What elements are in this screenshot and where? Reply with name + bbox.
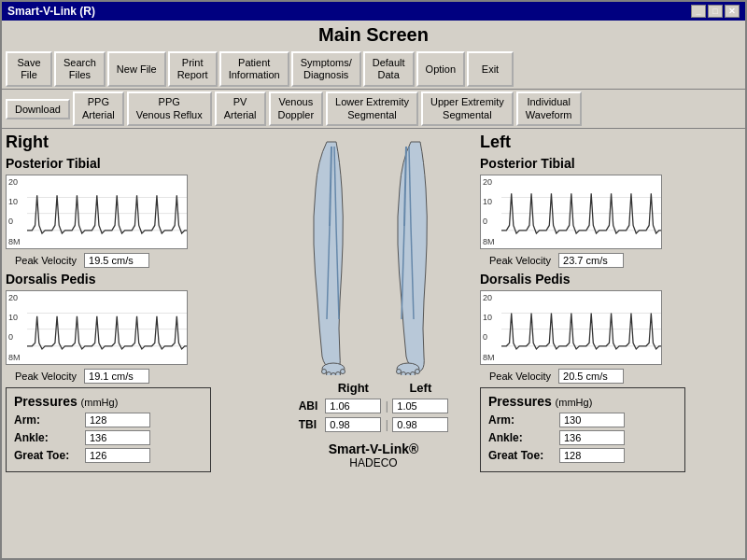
center-panel: Right Left ABI | TBI — [271, 133, 476, 554]
main-title: Main Screen — [2, 21, 745, 49]
left-great-toe-label: Great Toe: — [488, 449, 554, 462]
right-great-toe-value: 126 — [85, 448, 150, 463]
right-dp-peak-velocity-row: Peak Velocity 19.1 cm/s — [15, 369, 267, 384]
left-tbi-input[interactable] — [392, 417, 448, 432]
svg-point-24 — [411, 371, 416, 375]
right-pt-peak-value: 19.5 cm/s — [84, 253, 149, 268]
save-file-button[interactable]: Save File — [6, 51, 52, 87]
left-great-toe-row: Great Toe: 128 — [488, 448, 677, 463]
right-ankle-row: Ankle: 136 — [14, 430, 203, 445]
default-data-button[interactable]: Default Data — [363, 51, 415, 87]
left-arm-label: Arm: — [488, 413, 554, 427]
right-tbi-input[interactable] — [325, 417, 381, 432]
left-pt-peak-label: Peak Velocity — [489, 255, 551, 266]
legs-diagram — [299, 133, 448, 375]
right-dorsalis-pedis-title: Dorsalis Pedis — [6, 272, 267, 287]
svg-point-25 — [416, 369, 420, 373]
left-column-header: Left — [388, 379, 452, 397]
right-pressures-title: Pressures (mmHg) — [14, 394, 203, 409]
left-pressures-box: Pressures (mmHg) Arm: 130 Ankle: 136 Gre… — [480, 387, 685, 472]
svg-point-15 — [322, 369, 327, 373]
left-ankle-label: Ankle: — [488, 431, 554, 444]
right-abi-input[interactable] — [325, 399, 381, 413]
symptoms-diagnosis-button[interactable]: Symptoms/ Diagnosis — [291, 51, 361, 87]
left-ankle-value: 136 — [559, 430, 625, 445]
right-posterior-tibial-waveform: 20 10 0 8M — [6, 175, 188, 249]
tbi-label: TBI — [295, 415, 322, 434]
maximize-button[interactable]: □ — [708, 5, 723, 18]
abi-tbi-table: Right Left ABI | TBI — [295, 379, 453, 434]
left-dorsalis-pedis-title: Dorsalis Pedis — [480, 272, 741, 287]
left-pt-peak-value: 23.7 cm/s — [558, 253, 624, 268]
right-dorsalis-pedis-waveform: 20 10 0 8M — [6, 290, 188, 365]
main-content: Right Posterior Tibial 20 10 0 8M — [2, 129, 745, 558]
abi-label: ABI — [295, 397, 322, 415]
download-button[interactable]: Download — [6, 99, 70, 119]
svg-point-19 — [341, 369, 345, 373]
exit-button[interactable]: Exit — [467, 51, 514, 87]
left-section-title: Left — [480, 133, 741, 152]
right-arm-row: Arm: 128 — [14, 413, 203, 427]
abi-row: ABI | — [295, 397, 453, 415]
left-dp-waveform-svg — [501, 291, 661, 365]
ppg-arterial-button[interactable]: PPG Arterial — [73, 91, 124, 125]
search-files-button[interactable]: Search Files — [54, 51, 106, 87]
lower-extremity-segmental-button[interactable]: Lower Extremity Segmental — [326, 91, 418, 125]
right-posterior-tibial-title: Posterior Tibial — [6, 156, 267, 171]
right-dp-waveform-svg — [27, 291, 187, 365]
left-dp-peak-value: 20.5 cm/s — [558, 369, 624, 384]
right-great-toe-label: Great Toe: — [14, 449, 79, 462]
svg-point-16 — [327, 371, 331, 375]
right-column-header: Right — [321, 379, 385, 397]
left-dp-peak-label: Peak Velocity — [489, 371, 551, 382]
right-panel: Right Posterior Tibial 20 10 0 8M — [6, 133, 267, 554]
upper-extremity-segmental-button[interactable]: Upper Extremity Segmental — [421, 91, 514, 125]
svg-point-18 — [336, 371, 341, 375]
left-abi-input[interactable] — [392, 399, 448, 413]
new-file-button[interactable]: New File — [107, 51, 166, 87]
right-section-title: Right — [6, 133, 267, 152]
left-ankle-row: Ankle: 136 — [488, 430, 677, 445]
right-dp-peak-label: Peak Velocity — [15, 371, 77, 382]
nav-bar: Download PPG Arterial PPG Venous Reflux … — [2, 90, 745, 128]
venous-doppler-button[interactable]: Venous Doppler — [269, 91, 324, 125]
brand-section: Smart-V-Link® HADECO — [329, 441, 419, 469]
title-bar: Smart-V-Link (R) _ □ ✕ — [2, 2, 745, 21]
main-window: Smart-V-Link (R) _ □ ✕ Main Screen Save … — [0, 0, 747, 560]
pv-arterial-button[interactable]: PV Arterial — [215, 91, 266, 125]
svg-point-21 — [397, 369, 402, 373]
svg-point-23 — [406, 372, 411, 375]
tbi-row: TBI | — [295, 415, 453, 434]
right-arm-label: Arm: — [14, 413, 79, 427]
left-posterior-tibial-waveform: 20 10 0 8M — [480, 175, 662, 249]
window-title: Smart-V-Link (R) — [7, 5, 95, 18]
right-ankle-label: Ankle: — [14, 431, 79, 444]
patient-information-button[interactable]: Patient Information — [219, 51, 289, 87]
print-report-button[interactable]: Print Report — [168, 51, 218, 87]
left-great-toe-value: 128 — [559, 448, 625, 463]
left-pt-waveform-svg — [501, 175, 661, 249]
right-ankle-value: 136 — [85, 430, 150, 445]
left-pressures-title: Pressures (mmHg) — [488, 394, 677, 409]
abi-tbi-section: Right Left ABI | TBI — [295, 379, 453, 434]
right-great-toe-row: Great Toe: 126 — [14, 448, 203, 463]
right-pt-waveform-svg — [27, 175, 187, 249]
close-button[interactable]: ✕ — [725, 5, 740, 18]
right-pressures-box: Pressures (mmHg) Arm: 128 Ankle: 136 Gre… — [6, 387, 211, 472]
left-pt-peak-velocity-row: Peak Velocity 23.7 cm/s — [489, 253, 741, 268]
brand-name: Smart-V-Link® — [329, 441, 419, 456]
window-controls: _ □ ✕ — [691, 5, 740, 18]
ppg-venous-reflux-button[interactable]: PPG Venous Reflux — [127, 91, 212, 125]
individual-waveform-button[interactable]: Individual Waveform — [516, 91, 582, 125]
left-arm-row: Arm: 130 — [488, 413, 677, 427]
left-dorsalis-pedis-waveform: 20 10 0 8M — [480, 290, 662, 365]
toolbar: Save File Search Files New File Print Re… — [2, 49, 745, 90]
minimize-button[interactable]: _ — [691, 5, 706, 18]
left-arm-value: 130 — [559, 413, 625, 427]
left-posterior-tibial-title: Posterior Tibial — [480, 156, 741, 171]
left-panel: Left Posterior Tibial 20 10 0 8M Peak — [480, 133, 741, 554]
right-dp-peak-value: 19.1 cm/s — [84, 369, 149, 384]
brand-sub: HADECO — [329, 456, 419, 469]
option-button[interactable]: Option — [416, 51, 465, 87]
left-dp-peak-velocity-row: Peak Velocity 20.5 cm/s — [489, 369, 741, 384]
